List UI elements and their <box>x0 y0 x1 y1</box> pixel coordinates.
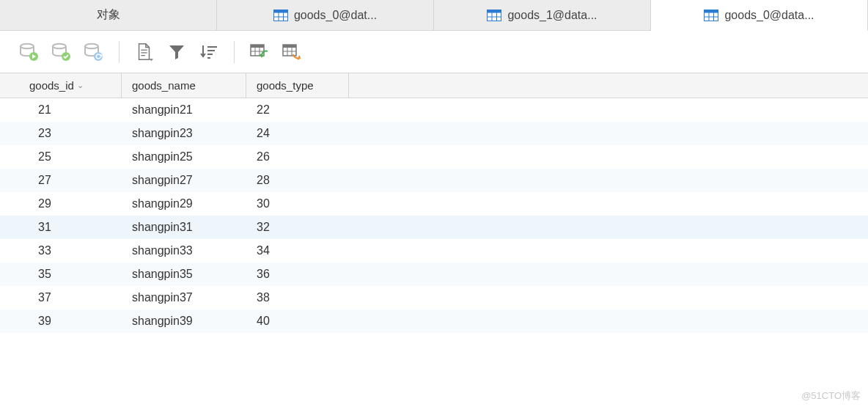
table-row[interactable]: 25shangpin2526 <box>0 145 868 169</box>
export-button[interactable] <box>276 37 308 67</box>
tab-goods1[interactable]: goods_1@data... <box>434 0 651 30</box>
table-import-icon <box>250 44 269 60</box>
tab-objects[interactable]: 对象 <box>0 0 217 30</box>
import-button[interactable] <box>243 37 276 67</box>
cell-goods-id[interactable]: 27 <box>0 174 122 187</box>
rollback-button[interactable] <box>78 37 110 67</box>
cell-goods-name[interactable]: shangpin35 <box>122 268 246 281</box>
column-label: goods_id <box>29 79 74 92</box>
begin-transaction-button[interactable] <box>13 37 45 67</box>
cell-goods-type[interactable]: 40 <box>246 315 349 328</box>
cell-goods-type[interactable]: 34 <box>246 244 349 257</box>
column-header-goods-name[interactable]: goods_name <box>122 73 246 98</box>
table-row[interactable]: 23shangpin2324 <box>0 122 868 145</box>
svg-rect-1 <box>273 10 287 12</box>
db-undo-icon <box>84 43 104 62</box>
table-icon <box>487 10 501 21</box>
cell-goods-name[interactable]: shangpin25 <box>122 150 246 164</box>
db-check-icon <box>51 43 72 62</box>
column-header-goods-type[interactable]: goods_type <box>246 73 349 98</box>
tab-label: 对象 <box>97 7 120 23</box>
tab-label: goods_1@data... <box>507 9 597 22</box>
tab-goods0-b[interactable]: goods_0@data... <box>651 0 868 31</box>
cell-goods-id[interactable]: 21 <box>0 103 122 117</box>
svg-rect-29 <box>251 45 264 48</box>
svg-rect-6 <box>488 10 501 12</box>
cell-goods-id[interactable]: 39 <box>0 315 122 328</box>
cell-goods-type[interactable]: 30 <box>246 197 349 210</box>
svg-rect-11 <box>705 10 718 12</box>
filter-button[interactable] <box>161 37 193 67</box>
table-row[interactable]: 27shangpin2728 <box>0 169 868 192</box>
cell-goods-type[interactable]: 26 <box>246 150 349 164</box>
cell-goods-id[interactable]: 25 <box>0 150 122 164</box>
cell-goods-id[interactable]: 29 <box>0 197 122 210</box>
cell-goods-id[interactable]: 33 <box>0 244 122 257</box>
toolbar-separator <box>234 41 235 63</box>
table-row[interactable]: 35shangpin3536 <box>0 263 868 286</box>
tab-goods0-a[interactable]: goods_0@dat... <box>217 0 434 30</box>
table-export-icon <box>282 44 301 60</box>
cell-goods-id[interactable]: 23 <box>0 127 122 140</box>
table-row[interactable]: 33shangpin3334 <box>0 239 868 263</box>
column-header-spacer <box>349 73 868 98</box>
cell-goods-type[interactable]: 32 <box>246 221 349 234</box>
cell-goods-name[interactable]: shangpin31 <box>122 221 246 234</box>
table-row[interactable]: 31shangpin3132 <box>0 216 868 239</box>
column-label: goods_type <box>257 79 314 92</box>
table-row[interactable]: 21shangpin2122 <box>0 98 868 122</box>
sort-indicator-icon: ⌄ <box>77 81 84 90</box>
svg-point-19 <box>85 43 98 48</box>
cell-goods-id[interactable]: 31 <box>0 221 122 234</box>
table-icon <box>704 10 718 21</box>
table-row[interactable]: 37shangpin3738 <box>0 286 868 309</box>
commit-button[interactable] <box>45 37 78 67</box>
cell-goods-name[interactable]: shangpin29 <box>122 197 246 210</box>
cell-goods-type[interactable]: 38 <box>246 291 349 304</box>
db-play-icon <box>19 43 40 62</box>
cell-goods-name[interactable]: shangpin27 <box>122 174 246 187</box>
table-row[interactable]: 39shangpin3940 <box>0 309 868 333</box>
filter-icon <box>168 44 185 60</box>
toolbar <box>0 31 868 73</box>
tab-bar: 对象 goods_0@dat... goods_1@data... g <box>0 0 868 31</box>
table-body: 21shangpin212223shangpin232425shangpin25… <box>0 98 868 333</box>
cell-goods-type[interactable]: 28 <box>246 174 349 187</box>
cell-goods-type[interactable]: 24 <box>246 127 349 140</box>
text-view-button[interactable] <box>128 37 161 67</box>
cell-goods-id[interactable]: 35 <box>0 268 122 281</box>
document-icon <box>136 43 153 62</box>
svg-point-15 <box>21 43 34 48</box>
svg-rect-34 <box>283 45 296 48</box>
sort-button[interactable] <box>193 37 225 67</box>
cell-goods-type[interactable]: 22 <box>246 103 349 117</box>
table-header: goods_id ⌄ goods_name goods_type <box>0 73 868 98</box>
column-label: goods_name <box>132 79 196 92</box>
cell-goods-name[interactable]: shangpin39 <box>122 315 246 328</box>
svg-point-17 <box>53 43 66 48</box>
toolbar-separator <box>119 41 119 63</box>
watermark: @51CTO博客 <box>801 389 861 403</box>
cell-goods-name[interactable]: shangpin37 <box>122 291 246 304</box>
sort-icon <box>199 44 218 60</box>
cell-goods-name[interactable]: shangpin21 <box>122 103 246 117</box>
tab-label: goods_0@data... <box>724 9 814 22</box>
column-header-goods-id[interactable]: goods_id ⌄ <box>0 73 122 98</box>
cell-goods-name[interactable]: shangpin23 <box>122 127 246 140</box>
cell-goods-type[interactable]: 36 <box>246 268 349 281</box>
tab-label: goods_0@dat... <box>294 9 377 22</box>
cell-goods-name[interactable]: shangpin33 <box>122 244 246 257</box>
table-row[interactable]: 29shangpin2930 <box>0 192 868 216</box>
cell-goods-id[interactable]: 37 <box>0 291 122 304</box>
table-icon <box>273 10 288 21</box>
